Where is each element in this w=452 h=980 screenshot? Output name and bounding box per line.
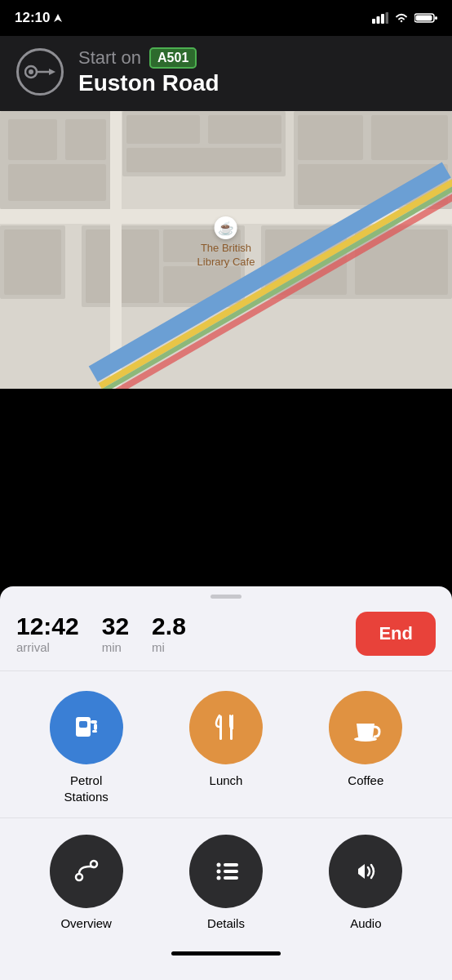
nav-instruction: Start on A501 Euston Road bbox=[78, 47, 219, 96]
trip-info-row: 12:42 arrival 32 min 2.8 mi End bbox=[0, 612, 452, 671]
svg-rect-41 bbox=[79, 721, 87, 728]
home-indicator bbox=[171, 951, 281, 956]
lunch-label: Lunch bbox=[210, 773, 243, 789]
category-lunch[interactable]: Lunch bbox=[189, 691, 263, 804]
svg-rect-21 bbox=[208, 115, 281, 144]
lunch-icon bbox=[207, 709, 245, 746]
arrival-stat: 12:42 arrival bbox=[16, 614, 79, 654]
distance-value: 2.8 bbox=[152, 614, 186, 639]
actions-row: Overview Details bbox=[0, 818, 452, 938]
svg-rect-16 bbox=[8, 164, 106, 201]
sheet-handle bbox=[210, 595, 242, 599]
svg-marker-56 bbox=[358, 864, 365, 879]
map-poi-british-library: ☕ The BritishLibrary Cafe bbox=[197, 216, 255, 270]
action-details[interactable]: Details bbox=[189, 835, 263, 930]
svg-marker-0 bbox=[54, 14, 62, 22]
categories-row: PetrolStations Lunch bbox=[0, 671, 452, 818]
details-icon bbox=[207, 853, 245, 890]
action-audio[interactable]: Audio bbox=[329, 835, 402, 930]
svg-rect-1 bbox=[372, 19, 375, 24]
svg-point-50 bbox=[216, 863, 220, 867]
petrol-circle[interactable] bbox=[50, 691, 123, 764]
action-overview[interactable]: Overview bbox=[50, 835, 123, 930]
svg-rect-15 bbox=[65, 119, 106, 160]
details-label: Details bbox=[207, 916, 245, 930]
svg-marker-11 bbox=[49, 69, 55, 75]
svg-rect-22 bbox=[126, 148, 281, 172]
duration-stat: 32 min bbox=[102, 614, 129, 654]
arrival-label: arrival bbox=[16, 640, 79, 654]
status-time: 12:10 bbox=[15, 10, 63, 26]
svg-rect-42 bbox=[91, 720, 97, 724]
coffee-label: Coffee bbox=[348, 773, 383, 789]
audio-icon bbox=[347, 853, 384, 890]
cafe-icon: ☕ bbox=[215, 216, 237, 239]
petrol-label: PetrolStations bbox=[64, 773, 109, 804]
svg-point-47 bbox=[354, 737, 377, 742]
svg-rect-35 bbox=[110, 111, 122, 389]
svg-rect-3 bbox=[381, 14, 384, 24]
bottom-sheet: 12:42 arrival 32 min 2.8 mi End bbox=[0, 586, 452, 980]
svg-rect-44 bbox=[92, 730, 97, 733]
details-circle[interactable] bbox=[189, 835, 263, 908]
svg-rect-14 bbox=[8, 119, 57, 160]
nav-direction-icon bbox=[16, 48, 64, 96]
overview-icon bbox=[68, 853, 105, 890]
svg-rect-20 bbox=[126, 115, 200, 144]
svg-rect-18 bbox=[4, 229, 61, 295]
svg-point-52 bbox=[216, 870, 220, 874]
svg-rect-51 bbox=[224, 863, 238, 866]
coffee-circle[interactable] bbox=[329, 691, 402, 764]
map-view[interactable]: ☕ The BritishLibrary Cafe bbox=[0, 111, 452, 389]
category-petrol[interactable]: PetrolStations bbox=[50, 691, 123, 804]
location-icon bbox=[53, 13, 63, 23]
distance-stat: 2.8 mi bbox=[152, 614, 186, 654]
arrival-time: 12:42 bbox=[16, 614, 79, 639]
svg-rect-28 bbox=[86, 229, 159, 303]
svg-rect-4 bbox=[386, 12, 389, 24]
time-display: 12:10 bbox=[15, 10, 50, 26]
svg-rect-7 bbox=[435, 16, 437, 20]
road-name: Euston Road bbox=[78, 70, 219, 96]
signal-icon bbox=[372, 12, 388, 24]
svg-rect-43 bbox=[94, 724, 97, 730]
petrol-icon bbox=[68, 709, 105, 746]
svg-point-54 bbox=[216, 876, 220, 880]
svg-rect-55 bbox=[224, 876, 238, 880]
lunch-circle[interactable] bbox=[189, 691, 263, 764]
category-coffee[interactable]: Coffee bbox=[329, 691, 402, 804]
audio-label: Audio bbox=[350, 916, 381, 930]
coffee-icon bbox=[347, 709, 384, 746]
overview-circle[interactable] bbox=[50, 835, 123, 908]
svg-rect-6 bbox=[416, 16, 432, 21]
svg-rect-53 bbox=[224, 870, 238, 873]
battery-icon bbox=[414, 12, 437, 24]
turn-icon bbox=[24, 60, 55, 83]
road-badge: A501 bbox=[149, 47, 197, 69]
duration-label: min bbox=[102, 640, 129, 654]
svg-rect-2 bbox=[377, 16, 380, 24]
distance-label: mi bbox=[152, 640, 186, 654]
status-icons bbox=[372, 12, 437, 24]
overview-label: Overview bbox=[60, 916, 112, 930]
wifi-icon bbox=[394, 12, 409, 24]
svg-point-9 bbox=[29, 69, 33, 74]
start-label: Start on bbox=[78, 47, 141, 69]
svg-rect-25 bbox=[371, 115, 448, 160]
poi-label: The BritishLibrary Cafe bbox=[197, 242, 255, 270]
status-bar: 12:10 bbox=[0, 0, 452, 36]
svg-rect-24 bbox=[298, 115, 363, 160]
duration-value: 32 bbox=[102, 614, 129, 639]
end-button[interactable]: End bbox=[356, 612, 436, 656]
nav-header: Start on A501 Euston Road bbox=[0, 36, 452, 111]
audio-circle[interactable] bbox=[329, 835, 402, 908]
